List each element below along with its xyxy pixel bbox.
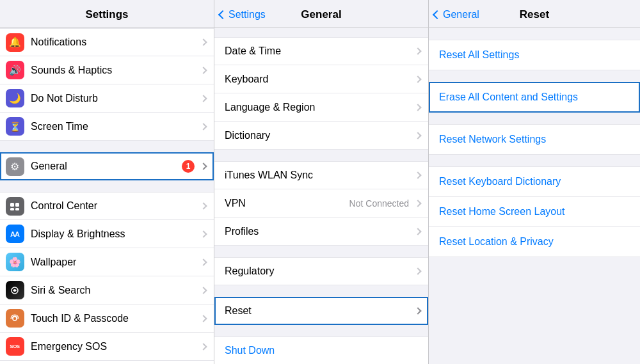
- general-badge: 1: [182, 160, 195, 173]
- right-sep-3: [429, 155, 640, 166]
- sidebar-item-sounds-haptics[interactable]: 🔊 Sounds & Haptics: [0, 56, 214, 84]
- mid-item-reset[interactable]: Reset: [214, 297, 428, 325]
- back-chevron-icon: [433, 10, 442, 19]
- mid-item-date-time[interactable]: Date & Time: [214, 37, 428, 65]
- display-icon: AA: [6, 225, 24, 243]
- mid-item-shutdown[interactable]: Shut Down: [214, 336, 428, 364]
- sidebar-item-general[interactable]: ⚙ General 1: [0, 152, 214, 180]
- chevron-right-icon: [414, 132, 421, 139]
- mid-section-3: Regulatory: [214, 257, 428, 285]
- mid-item-profiles[interactable]: Profiles: [214, 218, 428, 246]
- chevron-right-icon: [414, 171, 421, 178]
- right-back-button[interactable]: General: [434, 9, 479, 20]
- right-sep-1: [429, 70, 640, 82]
- sidebar-item-control-center[interactable]: Control Center: [0, 192, 214, 220]
- mid-item-keyboard[interactable]: Keyboard: [214, 65, 428, 93]
- vpn-label: VPN: [214, 190, 349, 217]
- chevron-right-icon: [414, 267, 421, 274]
- right-header: General Reset: [429, 0, 640, 28]
- chevron-right-icon: [200, 258, 207, 265]
- sidebar-item-touch-id[interactable]: Touch ID & Passcode: [0, 305, 214, 333]
- left-section-2: ⚙ General 1: [0, 152, 214, 180]
- left-column: Settings 🔔 Notifications 🔊 Soun: [0, 0, 214, 364]
- svg-rect-0: [10, 203, 14, 207]
- svg-rect-3: [15, 208, 19, 210]
- right-item-reset-home-screen[interactable]: Reset Home Screen Layout: [429, 197, 640, 227]
- chevron-right-icon: [200, 315, 207, 322]
- display-icon-wrap: AA: [0, 225, 29, 243]
- mid-sep-2: [214, 246, 428, 257]
- vpn-status: Not Connected: [349, 198, 409, 209]
- reset-label: Reset: [214, 297, 413, 324]
- dictionary-label: Dictionary: [214, 122, 413, 149]
- left-section-1: 🔔 Notifications 🔊 Sounds & Haptics: [0, 28, 214, 141]
- wallpaper-icon-wrap: 🌸: [0, 253, 29, 271]
- right-sep-2: [429, 113, 640, 124]
- sidebar-item-siri-search[interactable]: Siri & Search: [0, 276, 214, 305]
- shutdown-label: Shut Down: [214, 337, 420, 364]
- sounds-icon-wrap: 🔊: [0, 61, 29, 79]
- notifications-label: Notifications: [29, 29, 198, 56]
- right-item-erase-all-content[interactable]: Erase All Content and Settings: [429, 82, 640, 113]
- right-item-reset-all-settings[interactable]: Reset All Settings: [429, 40, 640, 70]
- mid-item-dictionary[interactable]: Dictionary: [214, 122, 428, 150]
- sidebar-item-display-brightness[interactable]: AA Display & Brightness: [0, 220, 214, 248]
- right-section-3: Reset Network Settings: [429, 124, 640, 155]
- siri-icon-wrap: [0, 281, 29, 299]
- mid-back-button[interactable]: Settings: [220, 9, 266, 20]
- language-region-label: Language & Region: [214, 94, 413, 121]
- touch-id-icon-wrap: [0, 309, 29, 328]
- sidebar-item-battery[interactable]: Battery: [0, 361, 214, 364]
- chevron-right-icon: [200, 287, 207, 294]
- chevron-right-icon: [414, 75, 421, 83]
- mid-item-regulatory[interactable]: Regulatory: [214, 257, 428, 285]
- itunes-wlan-label: iTunes WLAN Sync: [214, 162, 413, 189]
- touch-id-label: Touch ID & Passcode: [29, 305, 198, 332]
- mid-item-itunes-wlan[interactable]: iTunes WLAN Sync: [214, 161, 428, 189]
- mid-item-vpn[interactable]: VPN Not Connected: [214, 189, 428, 218]
- right-item-reset-network[interactable]: Reset Network Settings: [429, 124, 640, 155]
- mid-sep-1: [214, 150, 428, 161]
- mid-sep-4: [214, 325, 428, 336]
- chevron-right-icon: [200, 343, 207, 350]
- display-label: Display & Brightness: [29, 221, 198, 248]
- screen-time-icon-wrap: ⏳: [0, 117, 29, 136]
- right-list: Reset All Settings Erase All Content and…: [429, 28, 640, 364]
- sidebar-item-wallpaper[interactable]: 🌸 Wallpaper: [0, 248, 214, 276]
- svg-point-5: [13, 317, 17, 320]
- mid-sep-3: [214, 285, 428, 297]
- sidebar-item-emergency-sos[interactable]: SOS Emergency SOS: [0, 333, 214, 361]
- chevron-right-icon: [414, 200, 421, 207]
- mid-column: Settings General Date & Time Keyboard La…: [214, 0, 429, 364]
- right-item-reset-location-privacy[interactable]: Reset Location & Privacy: [429, 227, 640, 257]
- chevron-right-icon: [200, 202, 207, 209]
- wallpaper-label: Wallpaper: [29, 249, 198, 276]
- mid-section-5: Shut Down: [214, 336, 428, 364]
- right-title: Reset: [520, 8, 549, 21]
- sidebar-item-do-not-disturb[interactable]: 🌙 Do Not Disturb: [0, 84, 214, 113]
- left-sep-2: [0, 180, 214, 192]
- dnd-icon: 🌙: [6, 89, 24, 107]
- sidebar-item-notifications[interactable]: 🔔 Notifications: [0, 28, 214, 56]
- right-item-reset-keyboard[interactable]: Reset Keyboard Dictionary: [429, 166, 640, 197]
- erase-all-content-label: Erase All Content and Settings: [439, 91, 630, 103]
- general-icon: ⚙: [6, 157, 24, 176]
- right-column: General Reset Reset All Settings Erase A…: [429, 0, 640, 364]
- reset-network-label: Reset Network Settings: [439, 134, 630, 145]
- right-back-label: General: [443, 9, 479, 20]
- control-center-icon: [6, 197, 24, 216]
- right-section-4: Reset Keyboard Dictionary Reset Home Scr…: [429, 166, 640, 257]
- dnd-label: Do Not Disturb: [29, 85, 198, 112]
- battery-label: Battery: [29, 361, 198, 365]
- siri-icon: [6, 281, 24, 299]
- chevron-right-icon: [200, 162, 207, 170]
- dnd-icon-wrap: 🌙: [0, 89, 29, 107]
- reset-keyboard-label: Reset Keyboard Dictionary: [439, 176, 630, 187]
- siri-label: Siri & Search: [29, 277, 198, 304]
- chevron-right-icon: [414, 228, 421, 235]
- mid-item-language-region[interactable]: Language & Region: [214, 93, 428, 122]
- control-center-icon-wrap: [0, 197, 29, 216]
- mid-title: General: [301, 8, 341, 21]
- date-time-label: Date & Time: [214, 38, 413, 65]
- sidebar-item-screen-time[interactable]: ⏳ Screen Time: [0, 113, 214, 141]
